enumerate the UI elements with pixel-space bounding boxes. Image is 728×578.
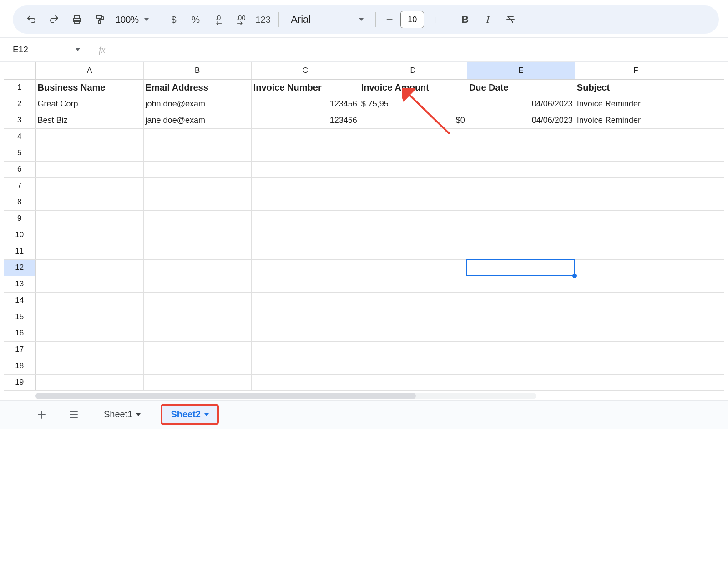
cell[interactable] [575, 210, 697, 227]
row-header[interactable]: 5 [4, 145, 35, 161]
cell[interactable] [143, 309, 251, 325]
cell[interactable] [251, 374, 359, 390]
cell[interactable] [143, 243, 251, 259]
format-percent-button[interactable]: % [186, 15, 206, 25]
cell[interactable] [143, 259, 251, 276]
cell[interactable] [359, 145, 467, 161]
row-header[interactable]: 18 [4, 358, 35, 374]
cell[interactable] [359, 128, 467, 145]
cell[interactable]: john.doe@exam [143, 96, 251, 112]
cell[interactable] [251, 243, 359, 259]
strikethrough-button[interactable] [500, 9, 521, 30]
cell[interactable] [251, 128, 359, 145]
sheet-tab-1[interactable]: Sheet1 [96, 406, 149, 423]
row-header[interactable]: 13 [4, 276, 35, 292]
cell[interactable] [467, 309, 575, 325]
cell[interactable] [143, 325, 251, 341]
cell[interactable] [575, 194, 697, 210]
cell[interactable] [251, 309, 359, 325]
scrollbar-thumb[interactable] [35, 393, 416, 399]
column-header[interactable]: C [251, 62, 359, 79]
cell[interactable]: 123456 [251, 112, 359, 128]
cell[interactable] [35, 309, 143, 325]
row-header[interactable]: 3 [4, 112, 35, 128]
cell[interactable] [575, 161, 697, 177]
row-header[interactable]: 16 [4, 325, 35, 341]
cell[interactable] [697, 276, 724, 292]
cell[interactable] [359, 276, 467, 292]
cell[interactable] [575, 341, 697, 358]
cell[interactable] [697, 96, 724, 112]
cell[interactable] [575, 243, 697, 259]
scrollbar-track[interactable] [35, 393, 536, 399]
row-header[interactable]: 12 [4, 259, 35, 276]
cell[interactable] [35, 227, 143, 243]
cell[interactable]: 04/06/2023 [467, 112, 575, 128]
row-header[interactable]: 11 [4, 243, 35, 259]
cell[interactable] [467, 210, 575, 227]
cell[interactable] [35, 374, 143, 390]
format-currency-button[interactable]: $ [164, 15, 184, 25]
paint-format-button[interactable] [89, 9, 110, 30]
cell[interactable] [359, 292, 467, 309]
row-header[interactable]: 7 [4, 177, 35, 194]
cell[interactable] [697, 309, 724, 325]
grid-table[interactable]: ABCDEF 1Business NameEmail AddressInvoic… [4, 62, 724, 391]
undo-button[interactable] [21, 9, 42, 30]
cell[interactable] [35, 243, 143, 259]
cell[interactable]: $ 75,95 [359, 96, 467, 112]
cell[interactable] [35, 341, 143, 358]
cell[interactable] [359, 210, 467, 227]
cell[interactable] [359, 177, 467, 194]
cell[interactable] [467, 161, 575, 177]
cell[interactable] [575, 292, 697, 309]
cell[interactable] [35, 292, 143, 309]
cell[interactable] [35, 210, 143, 227]
sheet-tab-2[interactable]: Sheet2 [161, 404, 219, 425]
cell[interactable] [35, 128, 143, 145]
cell[interactable] [359, 227, 467, 243]
cell[interactable] [359, 358, 467, 374]
cell[interactable] [143, 292, 251, 309]
cell[interactable] [359, 325, 467, 341]
cell[interactable] [35, 276, 143, 292]
cell[interactable] [359, 194, 467, 210]
cell[interactable] [575, 309, 697, 325]
cell[interactable] [697, 79, 724, 96]
cell[interactable]: $0 [359, 112, 467, 128]
cell[interactable]: Invoice Reminder [575, 96, 697, 112]
cell[interactable] [467, 259, 575, 276]
cell[interactable] [467, 194, 575, 210]
row-header[interactable]: 15 [4, 309, 35, 325]
cell[interactable] [467, 292, 575, 309]
row-header[interactable]: 17 [4, 341, 35, 358]
cell[interactable] [467, 341, 575, 358]
cell[interactable] [35, 325, 143, 341]
cell[interactable] [697, 243, 724, 259]
horizontal-scrollbar[interactable] [0, 392, 728, 400]
cell[interactable] [143, 161, 251, 177]
column-header[interactable]: D [359, 62, 467, 79]
column-header[interactable]: B [143, 62, 251, 79]
cell[interactable] [251, 325, 359, 341]
column-header[interactable]: F [575, 62, 697, 79]
cell[interactable] [359, 161, 467, 177]
zoom-dropdown[interactable]: 100% [112, 15, 152, 25]
cell[interactable] [251, 259, 359, 276]
cell[interactable] [697, 292, 724, 309]
cell[interactable] [575, 145, 697, 161]
select-all-corner[interactable] [4, 62, 35, 79]
cell[interactable] [143, 227, 251, 243]
cell[interactable] [143, 177, 251, 194]
cell[interactable] [143, 341, 251, 358]
cell[interactable]: jane.doe@exam [143, 112, 251, 128]
cell[interactable] [251, 358, 359, 374]
cell[interactable] [143, 374, 251, 390]
cell[interactable] [697, 325, 724, 341]
cell[interactable] [359, 243, 467, 259]
cell[interactable] [35, 145, 143, 161]
bold-button[interactable]: B [455, 9, 475, 30]
cell[interactable] [467, 276, 575, 292]
row-header[interactable]: 14 [4, 292, 35, 309]
row-header[interactable]: 2 [4, 96, 35, 112]
